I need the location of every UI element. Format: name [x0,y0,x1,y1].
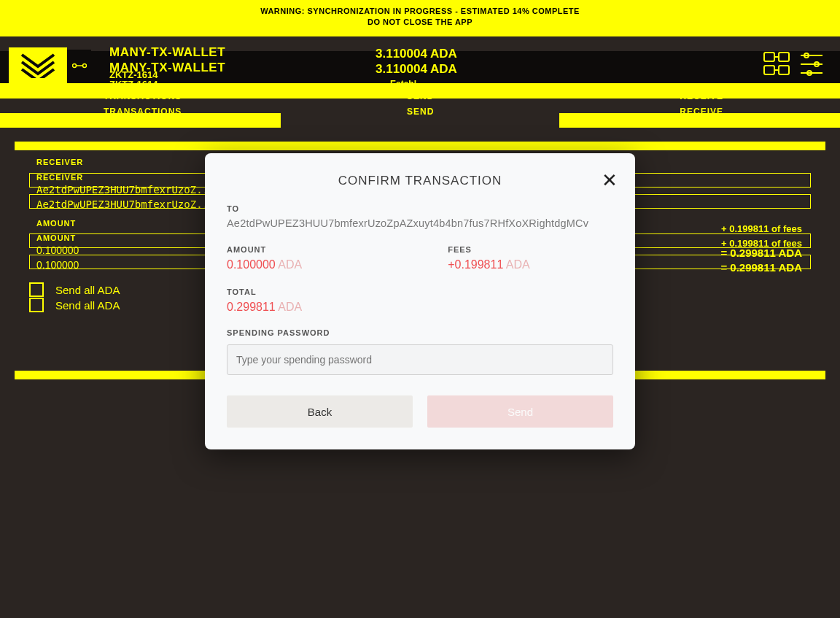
label-receiver: RECEIVER [36,158,83,166]
wallet-establishing: Establ... [390,79,424,89]
tab-send-dup[interactable]: SEND [407,107,434,117]
tab-highlight-right [559,113,840,128]
settings-sliders-icon[interactable] [796,50,827,78]
modal-title: CONFIRM TRANSACTION [227,174,613,188]
to-address: Ae2tdPwUPEZ3HUU7bmfexrUzoZpAZxuyt4b4bn7f… [227,217,613,229]
receiver-value: Ae2tdPwUPEZ3HUU7bmfexrUzoZ... [36,184,214,196]
wallet-connection-icon[interactable] [67,50,91,82]
svg-rect-5 [764,66,774,74]
fees-hint: + 0.199811 of fees [721,223,802,234]
send-button[interactable]: Send [427,395,613,428]
amount-value-dup: 0.100000 [36,259,79,271]
svg-rect-6 [779,66,789,74]
send-all-label: Send all ADA [55,284,120,296]
send-all-checkbox-row[interactable]: Send all ADA [29,282,120,297]
app-icon-area [9,47,93,84]
wallet-name: MANY-TX-WALLET [109,45,225,60]
tab-send[interactable]: SEND [407,91,434,101]
amount-value-modal: 0.100000 ADA [227,258,302,271]
label-to: TO [227,204,613,213]
sync-banner: WARNING: SYNCHRONIZATION IN PROGRESS - E… [0,0,840,36]
svg-rect-3 [764,53,774,61]
sync-banner-line2: DO NOT CLOSE THE APP [0,17,840,28]
label-amount: AMOUNT [36,219,76,228]
spending-password-input[interactable] [227,344,613,375]
confirm-transaction-modal: CONFIRM TRANSACTION ✕ TO Ae2tdPwUPEZ3HUU… [205,153,635,449]
close-icon[interactable]: ✕ [602,169,618,192]
total-number: 0.299811 [227,301,276,313]
wallet-balance-dup: 3.110004 ADA [376,62,457,77]
label-amount-modal: AMOUNT [227,245,302,254]
label-fees-modal: FEES [448,245,530,254]
amount-unit: ADA [278,258,302,271]
amount-number: 0.100000 [227,258,276,271]
svg-rect-4 [779,53,789,61]
label-total-modal: TOTAL [227,287,613,296]
sync-banner-line1: WARNING: SYNCHRONIZATION IN PROGRESS - E… [0,6,840,17]
send-all-checkbox-dup[interactable] [29,298,44,312]
svg-point-0 [72,64,76,68]
total-value-modal: 0.299811 ADA [227,301,613,314]
receiver-value-dup: Ae2tdPwUPEZ3HUU7bmfexrUzoZ... [36,198,214,210]
send-all-checkbox[interactable] [29,282,44,297]
back-button[interactable]: Back [227,395,413,428]
wallet-hardware-icon[interactable] [761,50,792,78]
wallet-id-dup: ZKTZ-1614 [109,79,158,90]
total-hint: = 0.299811 ADA [720,247,802,259]
total-hint-dup: = 0.299811 ADA [720,261,802,274]
send-all-checkbox-row-dup[interactable]: Send all ADA [29,298,120,312]
total-unit: ADA [278,301,302,313]
app-logo[interactable] [9,47,67,84]
svg-point-1 [82,64,86,68]
wallet-balance: 3.110004 ADA [376,47,457,61]
link-icon [72,62,87,69]
header-right-icons [761,50,827,78]
send-all-label-dup: Send all ADA [55,299,120,312]
tab-receive[interactable]: RECEIVE [680,91,723,101]
label-spending-password: SPENDING PASSWORD [227,328,613,337]
amount-value: 0.100000 [36,244,79,256]
form-top-rule [15,142,825,150]
tab-highlight-left [0,113,281,128]
fees-value-modal: +0.199811 ADA [448,258,530,271]
tab-transactions[interactable]: TRANSACTIONS [104,91,182,101]
fees-number: +0.199811 [448,258,503,271]
chevrons-icon [20,53,55,78]
fees-unit: ADA [506,258,530,271]
